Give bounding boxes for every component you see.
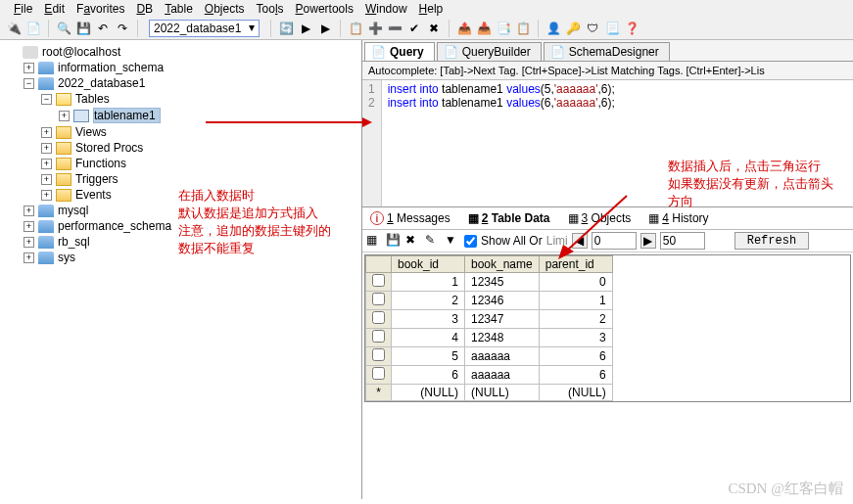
expander-icon[interactable]: + xyxy=(41,143,52,154)
next-page-button[interactable]: ▶ xyxy=(640,233,656,249)
result-tab-1-messages[interactable]: i1 Messages xyxy=(366,210,454,226)
database-selector[interactable]: 2022_database1 xyxy=(149,20,260,37)
col-book_name[interactable]: book_name xyxy=(465,256,540,273)
menu-window[interactable]: Window xyxy=(365,2,407,16)
expander-icon[interactable]: + xyxy=(24,63,34,73)
del-row-icon[interactable]: ➖ xyxy=(387,21,403,36)
export-icon[interactable]: 📤 xyxy=(456,21,472,36)
menu-file[interactable]: File xyxy=(14,2,32,16)
execute-icon[interactable]: 🔍 xyxy=(56,21,71,36)
table-row[interactable]: 1123450 xyxy=(366,273,613,292)
new-query-icon[interactable]: 📄 xyxy=(25,21,41,36)
result-tab-3-objects[interactable]: ▦3 Objects xyxy=(564,210,636,226)
prev-page-button[interactable]: ◀ xyxy=(572,233,588,249)
expander-icon[interactable]: + xyxy=(24,221,34,232)
menu-powertools[interactable]: Powertools xyxy=(296,2,354,16)
tree-item-root-localhost[interactable]: root@localhost xyxy=(2,44,359,60)
tree-item-views[interactable]: +Views xyxy=(2,124,359,140)
menu-favorites[interactable]: Favorites xyxy=(76,2,124,16)
expander-icon[interactable]: + xyxy=(41,159,52,169)
table-row[interactable]: 3123472 xyxy=(366,310,613,329)
menu-edit[interactable]: Edit xyxy=(44,2,65,16)
tree-item-performance_schema[interactable]: +performance_schema xyxy=(2,218,359,234)
filter-icon[interactable]: ▼ xyxy=(445,233,460,249)
ddl-icon[interactable]: 📃 xyxy=(604,21,620,36)
row-checkbox[interactable] xyxy=(372,367,385,380)
row-checkbox[interactable] xyxy=(372,293,385,305)
edit-icon[interactable]: ✎ xyxy=(425,233,441,249)
menu-help[interactable]: Help xyxy=(419,2,444,16)
table-row[interactable]: 2123461 xyxy=(366,292,613,310)
tree-item-sys[interactable]: +sys xyxy=(2,250,359,265)
result-tab-2-table-data[interactable]: ▦2 Table Data xyxy=(464,210,554,226)
key-icon[interactable]: 🔑 xyxy=(565,21,581,36)
expander-icon[interactable]: + xyxy=(41,127,52,138)
priv-icon[interactable]: 🛡 xyxy=(585,21,600,36)
tree-item-stored-procs[interactable]: +Stored Procs xyxy=(2,140,359,156)
tree-item-information_schema[interactable]: +information_schema xyxy=(2,60,359,75)
tree-item-rb_sql[interactable]: +rb_sql xyxy=(2,234,359,250)
refresh-button[interactable]: Refresh xyxy=(735,232,809,250)
redo-icon[interactable]: ↷ xyxy=(115,21,130,36)
grid-view-icon[interactable]: ▦ xyxy=(366,233,382,249)
limit-input[interactable] xyxy=(660,232,705,250)
help-icon[interactable]: ❓ xyxy=(624,21,640,36)
menu-db[interactable]: DB xyxy=(136,2,153,16)
tree-label: Tables xyxy=(75,92,110,106)
import-icon[interactable]: 📥 xyxy=(476,21,492,36)
result-tab-4-history[interactable]: ▦4 History xyxy=(644,210,712,226)
table-row[interactable]: 4123483 xyxy=(366,329,613,347)
run2-icon[interactable]: ▶ xyxy=(317,21,333,36)
add-row-icon[interactable]: ➕ xyxy=(367,21,383,36)
paste-icon[interactable]: 📋 xyxy=(515,21,531,36)
data-grid[interactable]: book_idbook_nameparent_id112345021234613… xyxy=(364,254,851,402)
expander-icon[interactable]: + xyxy=(24,206,34,216)
col-book_id[interactable]: book_id xyxy=(392,256,465,273)
refresh-icon[interactable]: 🔄 xyxy=(278,21,294,36)
tab-querybuilder[interactable]: 📄QueryBuilder xyxy=(437,42,542,61)
sql-editor[interactable]: 12 insert into tablename1 values(5,'aaaa… xyxy=(362,80,853,207)
commit-icon[interactable]: ✔ xyxy=(406,21,422,36)
tree-item-events[interactable]: +Events xyxy=(2,187,359,203)
tab-schemadesigner[interactable]: 📄SchemaDesigner xyxy=(544,42,670,61)
grid-icon: ▦ xyxy=(468,211,479,225)
copy-icon[interactable]: 📑 xyxy=(496,21,511,36)
tree-item-tables[interactable]: −Tables xyxy=(2,91,359,107)
row-checkbox[interactable] xyxy=(372,311,385,324)
table-row-new[interactable]: *(NULL)(NULL)(NULL) xyxy=(366,385,613,401)
expander-icon[interactable]: − xyxy=(24,78,34,89)
row-checkbox[interactable] xyxy=(372,348,385,361)
menu-tools[interactable]: Tools xyxy=(257,2,284,16)
show-all-checkbox[interactable] xyxy=(464,235,477,248)
save-data-icon[interactable]: 💾 xyxy=(386,233,402,249)
tab-query[interactable]: 📄Query xyxy=(364,42,435,61)
expander-icon[interactable]: + xyxy=(41,174,52,185)
expander-icon[interactable]: + xyxy=(59,111,70,121)
tree-item-functions[interactable]: +Functions xyxy=(2,156,359,171)
user-icon[interactable]: 👤 xyxy=(545,21,561,36)
table-icon[interactable]: 📋 xyxy=(348,21,363,36)
table-row[interactable]: 6aaaaaa6 xyxy=(366,366,613,385)
new-conn-icon[interactable]: 🔌 xyxy=(6,21,22,36)
rollback-icon[interactable]: ✖ xyxy=(426,21,442,36)
undo-icon[interactable]: ↶ xyxy=(95,21,111,36)
expander-icon[interactable]: + xyxy=(24,252,34,263)
doc-icon: ▦ xyxy=(648,211,659,225)
row-checkbox[interactable] xyxy=(372,330,385,343)
col-parent_id[interactable]: parent_id xyxy=(539,256,612,273)
row-checkbox[interactable] xyxy=(372,274,385,287)
delete-row-icon[interactable]: ✖ xyxy=(405,233,421,249)
tree-item-triggers[interactable]: +Triggers xyxy=(2,171,359,187)
run-icon[interactable]: ▶ xyxy=(298,21,313,36)
table-row[interactable]: 5aaaaaa6 xyxy=(366,347,613,366)
menu-objects[interactable]: Objects xyxy=(205,2,245,16)
expander-icon[interactable]: + xyxy=(24,237,34,248)
offset-input[interactable] xyxy=(592,232,637,250)
tree-item-mysql[interactable]: +mysql xyxy=(2,203,359,218)
menu-table[interactable]: Table xyxy=(165,2,193,16)
expander-icon[interactable]: − xyxy=(41,94,52,105)
expander-icon[interactable]: + xyxy=(41,190,52,201)
save-icon[interactable]: 💾 xyxy=(75,21,91,36)
tree-item-2022_database1[interactable]: −2022_database1 xyxy=(2,75,359,91)
tree-item-tablename1[interactable]: +tablename1 xyxy=(2,107,359,124)
